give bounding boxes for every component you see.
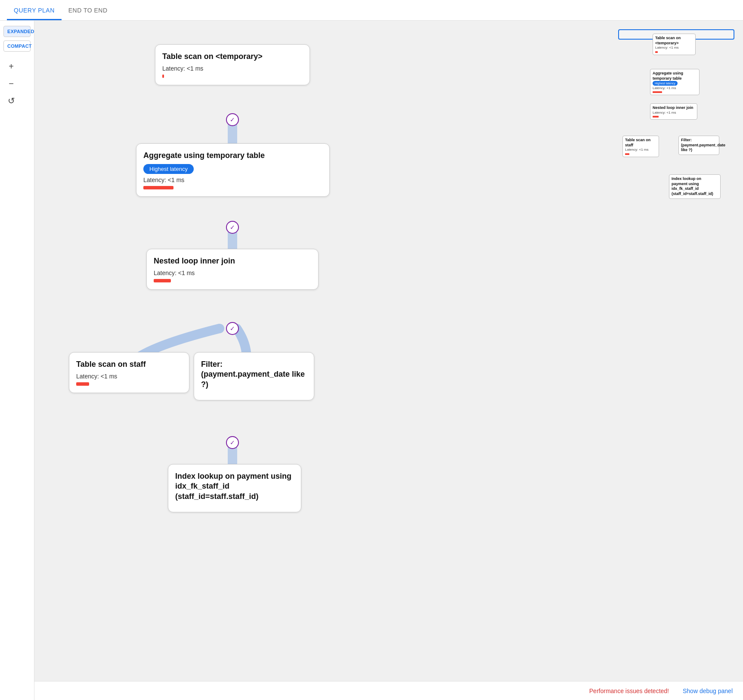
minimap-node5: Filter: (payment.payment_date like ?) [678,136,719,155]
minimap[interactable]: Table scan on <temporary> Latency: <1 ms… [618,29,734,40]
node1-latency: Latency: <1 ms [162,65,303,72]
tab-query-plan[interactable]: QUERY PLAN [7,2,62,20]
expanded-button[interactable]: EXPANDED [3,26,31,37]
zoom-out-button[interactable]: − [3,76,19,91]
tab-bar: QUERY PLAN END TO END [0,0,743,21]
svg-text:✓: ✓ [230,325,235,332]
node4-latency: Latency: <1 ms [76,373,182,380]
svg-point-3 [226,114,238,126]
node3-bar [154,279,311,282]
performance-issues-text: Performance issues detected! [589,688,669,694]
minimap-node1: Table scan on <temporary> Latency: <1 ms [653,34,696,55]
minimap-node2: Aggregate using temporary table Highest … [650,69,700,95]
node1-bar [162,74,303,78]
node5-title: Filter: (payment.payment_date like ?) [201,359,307,390]
show-debug-panel-link[interactable]: Show debug panel [683,688,733,694]
node2-latency: Latency: <1 ms [143,177,322,183]
highest-latency-badge: Highest latency [143,164,194,174]
minimap-node3: Nested loop inner join Latency: <1 ms [650,103,697,120]
svg-text:✓: ✓ [230,224,235,231]
svg-point-7 [226,322,238,335]
zoom-in-button[interactable]: + [3,59,19,74]
node-nested-loop[interactable]: Nested loop inner join Latency: <1 ms [146,249,319,290]
left-sidebar: EXPANDED COMPACT + − ↺ [0,21,34,700]
minimap-node4: Table scan on staff Latency: <1 ms [622,136,659,157]
node-filter[interactable]: Filter: (payment.payment_date like ?) [194,352,314,400]
svg-point-5 [226,221,238,233]
node4-bar [76,382,182,386]
reset-button[interactable]: ↺ [3,93,19,108]
node-aggregate[interactable]: Aggregate using temporary table Highest … [136,143,330,197]
node-table-scan-temporary[interactable]: Table scan on <temporary> Latency: <1 ms [155,44,310,85]
node2-title: Aggregate using temporary table [143,151,322,161]
tab-end-to-end[interactable]: END TO END [62,2,115,20]
node4-title: Table scan on staff [76,359,182,369]
status-bar: Performance issues detected! Show debug … [0,681,743,700]
node6-title: Index lookup on payment using idx_fk_sta… [175,471,294,502]
compact-button[interactable]: COMPACT [3,40,31,52]
node-index-lookup[interactable]: Index lookup on payment using idx_fk_sta… [168,464,301,512]
diagram-area[interactable]: ✓ ✓ ✓ ✓ Table scan on <temporary> Latenc… [34,21,743,700]
main-area: EXPANDED COMPACT + − ↺ ✓ [0,21,743,700]
svg-point-9 [226,437,238,449]
node1-title: Table scan on <temporary> [162,52,303,62]
node2-bar [143,186,322,189]
svg-text:✓: ✓ [230,116,235,123]
node3-title: Nested loop inner join [154,256,311,266]
node-table-scan-staff[interactable]: Table scan on staff Latency: <1 ms [69,352,189,393]
svg-text:✓: ✓ [230,439,235,446]
minimap-node6: Index lookup on payment using idx_fk_sta… [669,174,721,199]
node3-latency: Latency: <1 ms [154,269,311,276]
